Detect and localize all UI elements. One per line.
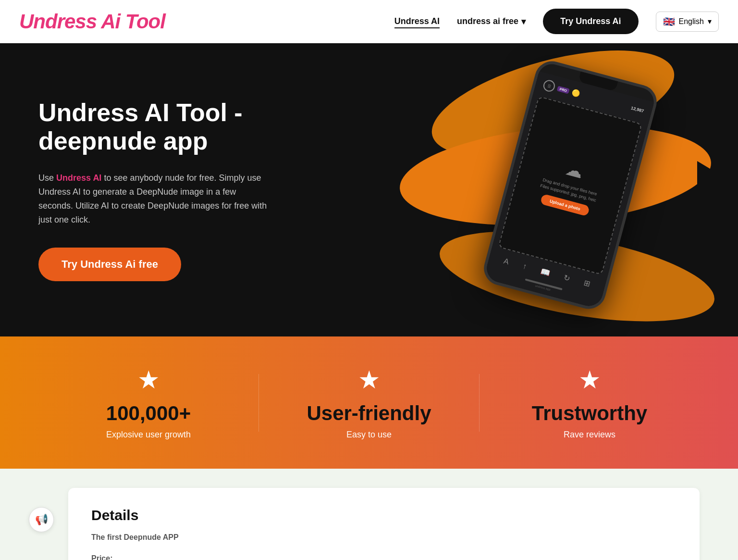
star-icon-1: ★ [38, 365, 258, 394]
header-cta-button[interactable]: Try Undress Ai [543, 9, 638, 34]
arrow-left-icon [414, 224, 433, 248]
stat-label-3: Rave reviews [480, 430, 700, 440]
arrow-right-icon [697, 161, 721, 190]
hero-title: Undress AI Tool - deepnude app [38, 99, 288, 156]
details-subtitle: The first Deepnude APP [91, 533, 676, 542]
main-nav: Undress AI undress ai free ▾ Try Undress… [394, 9, 719, 34]
stat-value-3: Trustworthy [480, 402, 700, 425]
stat-label-1: Explosive user growth [38, 430, 258, 440]
phone-menu-icon: ☰ [542, 79, 556, 93]
phone-pro-badge: PRO [557, 86, 570, 94]
phone-book-icon: 📖 [540, 266, 551, 278]
header: Undress Ai Tool Undress AI undress ai fr… [0, 0, 738, 43]
hero-cta-button[interactable]: Try Undress Ai free [38, 248, 181, 281]
chevron-down-icon: ▾ [708, 17, 712, 26]
nav-undress-ai-free[interactable]: undress ai free ▾ [457, 16, 526, 27]
phone-status-number: 12,987 [630, 105, 644, 113]
hero-content: Undress AI Tool - deepnude app Use Undre… [38, 99, 288, 282]
phone-grid-icon: ⊞ [583, 278, 591, 288]
phone-share-icon: ↑ [522, 261, 528, 271]
stat-trustworthy: ★ Trustworthy Rave reviews [480, 365, 700, 440]
language-selector[interactable]: 🇬🇧 English ▾ [656, 12, 719, 32]
site-logo: Undress Ai Tool [19, 10, 165, 33]
megaphone-button[interactable]: 📢 [29, 507, 54, 532]
details-title: Details [91, 507, 676, 523]
details-card: Details The first Deepnude APP Price: Fr… [68, 488, 700, 560]
chevron-down-icon: ▾ [521, 16, 526, 27]
phone-refresh-icon: ↻ [563, 273, 571, 283]
details-section: 📢 Details The first Deepnude APP Price: … [0, 469, 738, 560]
stat-users: ★ 100,000+ Explosive user growth [38, 365, 258, 440]
phone-text-icon: A [503, 257, 510, 266]
star-icon-2: ★ [259, 365, 479, 394]
stat-label-2: Easy to use [259, 430, 479, 440]
blob-container: ☰ PRO 🟡 12,987 ☁ Drag and drop your file… [390, 55, 726, 324]
stats-section: ★ 100,000+ Explosive user growth ★ User-… [0, 336, 738, 469]
hero-description: Use Undress AI to see anybody nude for f… [38, 171, 269, 226]
phone-status-left: ☰ PRO 🟡 [542, 79, 581, 100]
nav-undress-ai[interactable]: Undress AI [394, 16, 440, 26]
details-price-label: Price: [91, 554, 676, 560]
hero-visual: ☰ PRO 🟡 12,987 ☁ Drag and drop your file… [378, 43, 738, 336]
hero-section: Undress AI Tool - deepnude app Use Undre… [0, 43, 738, 336]
flag-icon: 🇬🇧 [663, 16, 675, 27]
cloud-upload-icon: ☁ [563, 159, 585, 183]
stat-value-1: 100,000+ [38, 402, 258, 425]
stat-friendly: ★ User-friendly Easy to use [259, 365, 479, 440]
stat-value-2: User-friendly [259, 402, 479, 425]
phone-coin-icon: 🟡 [571, 88, 581, 98]
star-icon-3: ★ [480, 365, 700, 394]
